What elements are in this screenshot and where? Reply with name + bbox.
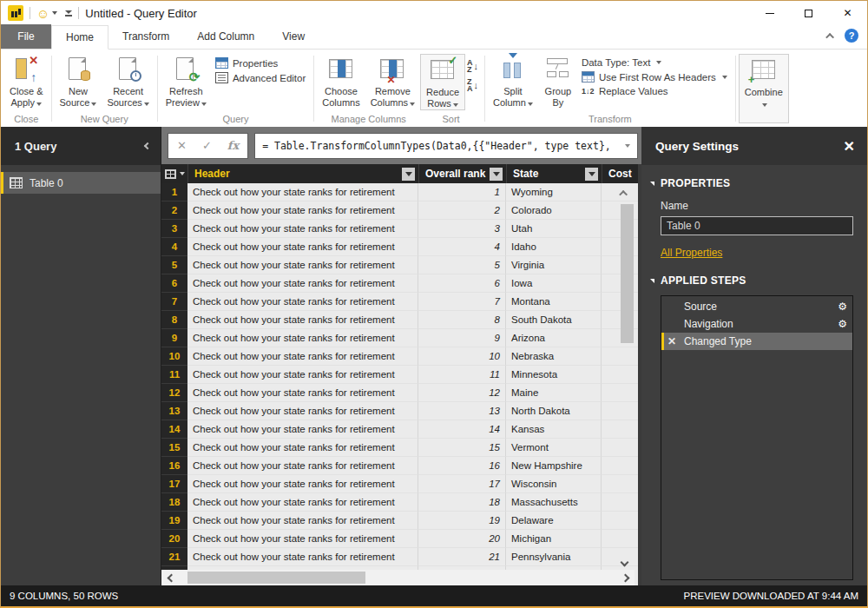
close-button[interactable]: ✕ (828, 1, 867, 25)
replace-values-button[interactable]: 1↓2 Replace Values (582, 86, 727, 96)
cell-state[interactable]: Delaware (506, 512, 602, 530)
cell-overall-rank[interactable]: 5 (418, 256, 506, 274)
table-row[interactable]: 17Check out how your state ranks for ret… (161, 475, 638, 493)
advanced-editor-button[interactable]: Advanced Editor (215, 72, 306, 83)
cell-state[interactable]: Arizona (506, 329, 602, 347)
step-settings-gear-icon[interactable]: ⚙ (838, 318, 847, 330)
data-type-button[interactable]: Data Type: Text (582, 57, 727, 68)
table-row[interactable]: 6Check out how your state ranks for reti… (161, 274, 638, 293)
cell-state[interactable]: South Dakota (506, 311, 602, 329)
cell-state[interactable]: Idaho (506, 238, 602, 256)
cell-overall-rank[interactable]: 8 (418, 311, 506, 329)
cell-state[interactable]: Kansas (506, 420, 602, 439)
vertical-scroll-thumb[interactable] (621, 204, 634, 343)
column-header-cost-of[interactable]: Cost of (602, 164, 638, 183)
cell-overall-rank[interactable]: 11 (418, 366, 506, 384)
collapse-queries-pane-icon[interactable] (144, 142, 151, 149)
table-row[interactable]: 18Check out how your state ranks for ret… (161, 493, 638, 512)
scroll-down-icon[interactable] (621, 558, 629, 567)
maximize-button[interactable] (789, 1, 828, 25)
cell-header[interactable]: Check out how your state ranks for retir… (187, 475, 418, 493)
cell-header[interactable]: Check out how your state ranks for retir… (187, 347, 418, 366)
choose-columns-button[interactable]: Choose Columns (317, 54, 365, 109)
cell-state[interactable]: Nebraska (506, 347, 602, 366)
table-corner-menu[interactable] (161, 164, 187, 183)
cell-header[interactable]: Check out how your state ranks for retir… (187, 402, 418, 420)
cell-state[interactable]: Colorado (506, 202, 602, 220)
cell-overall-rank[interactable]: 10 (418, 347, 506, 366)
scroll-right-icon[interactable] (621, 573, 629, 582)
cell-overall-rank[interactable]: 21 (418, 548, 506, 566)
tab-home[interactable]: Home (51, 25, 108, 50)
cell-overall-rank[interactable]: 17 (418, 475, 506, 493)
step-settings-gear-icon[interactable]: ⚙ (838, 301, 847, 313)
tab-add-column[interactable]: Add Column (183, 24, 268, 49)
vertical-scrollbar[interactable] (618, 187, 637, 566)
cell-header[interactable]: Check out how your state ranks for retir… (187, 220, 418, 238)
applied-step-source[interactable]: Source⚙ (661, 298, 852, 315)
tab-file[interactable]: File (1, 24, 51, 49)
table-row[interactable]: 12Check out how your state ranks for ret… (161, 384, 638, 402)
new-source-button[interactable]: New Source (55, 54, 102, 109)
cell-state[interactable]: New Hampshire (506, 457, 602, 475)
column-header-overall-rank[interactable]: Overall rank (418, 164, 506, 183)
table-row[interactable]: 7Check out how your state ranks for reti… (161, 293, 638, 311)
cell-header[interactable]: Check out how your state ranks for retir… (187, 183, 418, 202)
filter-dropdown-icon[interactable] (585, 168, 598, 181)
cell-state[interactable]: North Dakota (506, 402, 602, 420)
cell-state[interactable]: Wisconsin (506, 475, 602, 493)
cell-header[interactable]: Check out how your state ranks for retir… (187, 329, 418, 347)
cell-state[interactable]: Michigan (506, 530, 602, 548)
query-list-item-table0[interactable]: Table 0 (1, 172, 161, 194)
table-row[interactable]: 5Check out how your state ranks for reti… (161, 256, 638, 274)
cell-header[interactable]: Check out how your state ranks for retir… (187, 311, 418, 329)
cell-overall-rank[interactable]: 16 (418, 457, 506, 475)
cell-state[interactable]: Utah (506, 220, 602, 238)
all-properties-link[interactable]: All Properties (661, 247, 853, 259)
cell-header[interactable]: Check out how your state ranks for retir… (187, 439, 418, 457)
remove-columns-button[interactable]: ✕ Remove Columns (365, 54, 420, 109)
cell-overall-rank[interactable]: 20 (418, 530, 506, 548)
cell-state[interactable]: Maine (506, 384, 602, 402)
smiley-dropdown-caret-icon[interactable] (52, 11, 57, 15)
cell-state[interactable]: Vermont (506, 439, 602, 457)
table-row[interactable]: 4Check out how your state ranks for reti… (161, 238, 638, 256)
close-settings-icon[interactable]: ✕ (844, 138, 855, 155)
cell-header[interactable]: Check out how your state ranks for retir… (187, 493, 418, 512)
table-row[interactable]: 1Check out how your state ranks for reti… (161, 183, 638, 202)
filter-dropdown-icon[interactable] (490, 168, 503, 181)
cell-overall-rank[interactable]: 7 (418, 293, 506, 311)
cell-state[interactable]: Montana (506, 293, 602, 311)
table-row[interactable]: 2Check out how your state ranks for reti… (161, 202, 638, 220)
cell-header[interactable]: Check out how your state ranks for retir… (187, 202, 418, 220)
cell-header[interactable]: Check out how your state ranks for retir… (187, 530, 418, 548)
use-first-row-button[interactable]: Use First Row As Headers (582, 71, 727, 83)
cancel-formula-icon[interactable]: ✕ (177, 139, 187, 152)
cell-overall-rank[interactable]: 6 (418, 274, 506, 293)
commit-formula-icon[interactable]: ✓ (202, 139, 212, 152)
properties-button[interactable]: Properties (215, 57, 306, 69)
cell-state[interactable]: Wyoming (506, 183, 602, 202)
table-row[interactable]: 13Check out how your state ranks for ret… (161, 402, 638, 420)
table-row[interactable]: 9Check out how your state ranks for reti… (161, 329, 638, 347)
group-by-button[interactable]: Group By (538, 54, 578, 109)
properties-section-header[interactable]: PROPERTIES (650, 177, 853, 189)
cell-state[interactable]: Iowa (506, 274, 602, 293)
cell-header[interactable]: Check out how your state ranks for retir… (187, 274, 418, 293)
combine-button[interactable]: + Combine (739, 54, 789, 123)
cell-state[interactable]: Virginia (506, 256, 602, 274)
table-row[interactable]: 16Check out how your state ranks for ret… (161, 457, 638, 475)
cell-state[interactable]: Massachusetts (506, 493, 602, 512)
split-column-button[interactable]: Split Column (488, 54, 538, 109)
minimize-button[interactable] (750, 1, 789, 25)
horizontal-scroll-thumb[interactable] (187, 572, 365, 584)
cell-overall-rank[interactable]: 14 (418, 420, 506, 439)
table-row[interactable]: 14Check out how your state ranks for ret… (161, 420, 638, 439)
tab-transform[interactable]: Transform (108, 24, 183, 49)
cell-overall-rank[interactable]: 13 (418, 402, 506, 420)
cell-state[interactable]: Minnesota (506, 366, 602, 384)
cell-overall-rank[interactable]: 15 (418, 439, 506, 457)
applied-steps-section-header[interactable]: APPLIED STEPS (650, 274, 853, 287)
table-row[interactable]: 11Check out how your state ranks for ret… (161, 366, 638, 384)
horizontal-scrollbar[interactable] (161, 570, 635, 585)
